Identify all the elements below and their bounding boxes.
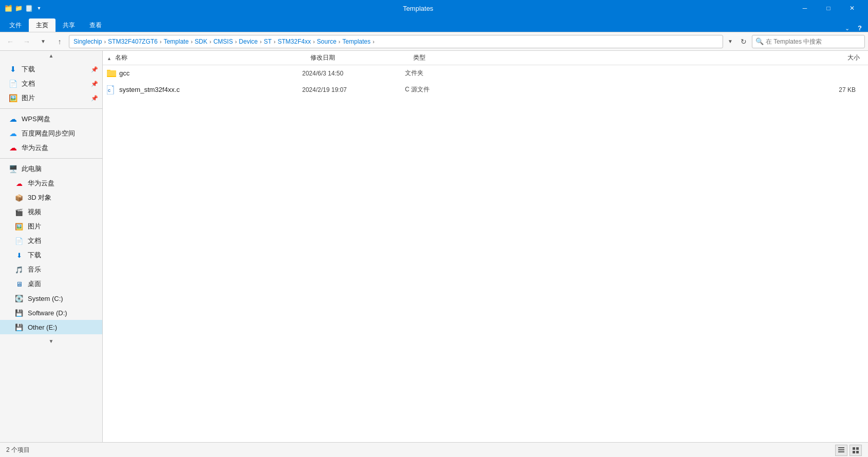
music-icon: 🎵 <box>14 265 24 274</box>
title-bar-app-icons: 🗂️ 📁 🗒️ ▼ <box>4 4 43 12</box>
folder-icon-gcc <box>107 69 116 78</box>
svg-rect-10 <box>856 447 859 450</box>
sidebar-item-desktop[interactable]: 🖥 桌面 <box>0 277 102 291</box>
breadcrumb-device[interactable]: Device <box>239 38 258 45</box>
huawei-icon: ☁ <box>8 143 17 153</box>
sidebar-item-video[interactable]: 🎬 视频 <box>0 205 102 219</box>
sidebar-item-download[interactable]: ⬇ 下载 📌 <box>0 62 102 77</box>
nav-bar: ← → ▼ ↑ Singlechip › STM32F407ZGT6 › Tem… <box>0 32 868 51</box>
file-name-system-c: system_stm32f4xx.c <box>119 86 302 93</box>
svg-rect-12 <box>856 451 859 453</box>
breadcrumb-stm32f4xx[interactable]: STM32F4xx <box>278 38 311 45</box>
file-name-gcc: gcc <box>119 69 302 77</box>
refresh-button[interactable]: ↻ <box>737 35 750 48</box>
title-bar-dropdown[interactable]: ▼ <box>35 4 43 12</box>
file-type-system-c: C 源文件 <box>405 85 497 94</box>
svg-rect-2 <box>107 70 116 76</box>
drive-c-icon: 💽 <box>14 294 24 303</box>
file-size-system-c: 27 KB <box>497 86 864 93</box>
sidebar-item-drive-d[interactable]: 💾 Software (D:) <box>0 306 102 320</box>
app-icon-1: 🗂️ <box>4 4 12 12</box>
address-bar[interactable]: Singlechip › STM32F407ZGT6 › Template › … <box>69 35 723 48</box>
up-button[interactable]: ↑ <box>52 34 67 49</box>
search-box[interactable]: 🔍 <box>752 35 865 48</box>
sidebar-item-this-pc[interactable]: 🖥️ 此电脑 <box>0 162 102 176</box>
svg-rect-11 <box>853 451 855 453</box>
pc-icon: 🖥️ <box>8 164 17 174</box>
sidebar-item-download2[interactable]: ⬇ 下载 <box>0 248 102 262</box>
maximize-button[interactable]: □ <box>817 0 840 16</box>
sidebar-item-huawei-cloud[interactable]: ☁ 华为云盘 <box>0 141 102 155</box>
column-headers: ▲ 名称 修改日期 类型 大小 <box>103 51 868 65</box>
sidebar-item-baidu[interactable]: ☁ 百度网盘同步空间 <box>0 126 102 141</box>
3d-icon: 📦 <box>14 193 24 202</box>
sidebar-item-drive-e[interactable]: 💾 Other (E:) <box>0 320 102 334</box>
file-row-system-c[interactable]: C system_stm32f4xx.c 2024/2/19 19:07 C 源… <box>103 82 868 98</box>
breadcrumb-source[interactable]: Source <box>317 38 337 45</box>
sidebar-item-docs[interactable]: 📄 文档 📌 <box>0 77 102 91</box>
sidebar-item-pics[interactable]: 🖼️ 图片 📌 <box>0 91 102 105</box>
tiles-view-button[interactable] <box>849 445 862 456</box>
minimize-button[interactable]: ─ <box>793 0 817 16</box>
breadcrumb: Singlechip › STM32F407ZGT6 › Template › … <box>73 38 376 45</box>
ribbon-tab-bar: 文件 主页 共享 查看 ⌄ ? <box>0 16 868 32</box>
breadcrumb-st[interactable]: ST <box>264 38 271 45</box>
dropdown-recent-button[interactable]: ▼ <box>36 34 50 49</box>
download2-icon: ⬇ <box>14 251 24 260</box>
breadcrumb-stm32[interactable]: STM32F407ZGT6 <box>108 38 158 45</box>
desktop-icon: 🖥 <box>14 279 24 289</box>
file-date-system-c: 2024/2/19 19:07 <box>302 86 405 93</box>
file-row-gcc[interactable]: gcc 2024/6/3 14:50 文件夹 <box>103 65 868 82</box>
wps-icon: ☁ <box>8 115 17 124</box>
search-input[interactable] <box>766 38 861 45</box>
sidebar-item-music[interactable]: 🎵 音乐 <box>0 262 102 277</box>
sidebar-item-3d[interactable]: 📦 3D 对象 <box>0 191 102 205</box>
breadcrumb-cmsis[interactable]: CMSIS <box>213 38 233 45</box>
title-bar: 🗂️ 📁 🗒️ ▼ Templates ─ □ ✕ <box>0 0 868 16</box>
tab-home[interactable]: 主页 <box>29 18 56 32</box>
sidebar-item-huawei2[interactable]: ☁ 华为云盘 <box>0 176 102 191</box>
breadcrumb-template[interactable]: Template <box>163 38 189 45</box>
sidebar-item-drive-c[interactable]: 💽 System (C:) <box>0 291 102 306</box>
address-dropdown-button[interactable]: ▼ <box>725 35 735 48</box>
app-icon-3: 🗒️ <box>25 4 33 12</box>
breadcrumb-templates[interactable]: Templates <box>342 38 371 45</box>
svg-rect-9 <box>853 447 855 450</box>
ribbon-help-btn[interactable]: ? <box>854 24 866 32</box>
back-button[interactable]: ← <box>3 34 17 49</box>
breadcrumb-singlechip[interactable]: Singlechip <box>73 38 102 45</box>
pin-icon-download: 📌 <box>91 66 98 73</box>
status-count: 2 个项目 <box>6 446 30 454</box>
tab-view[interactable]: 查看 <box>82 18 109 32</box>
sidebar-scroll-up[interactable]: ▲ <box>0 51 102 60</box>
file-list: gcc 2024/6/3 14:50 文件夹 C system_stm32f4x… <box>103 65 868 442</box>
col-header-name[interactable]: 名称 <box>115 53 310 62</box>
doc2-icon: 📄 <box>14 236 24 245</box>
svg-rect-6 <box>838 447 844 448</box>
col-header-date[interactable]: 修改日期 <box>310 53 413 62</box>
close-button[interactable]: ✕ <box>840 0 864 16</box>
col-header-size[interactable]: 大小 <box>506 53 864 62</box>
details-view-button[interactable] <box>835 445 847 456</box>
forward-button[interactable]: → <box>20 34 34 49</box>
drive-d-icon: 💾 <box>14 308 24 317</box>
status-bar: 2 个项目 <box>0 442 868 457</box>
tab-file[interactable]: 文件 <box>2 18 29 32</box>
baidu-icon: ☁ <box>8 129 17 138</box>
col-header-type[interactable]: 类型 <box>413 53 506 62</box>
ribbon-collapse-btn[interactable]: ⌄ <box>841 25 854 32</box>
sidebar-scroll-down[interactable]: ▼ <box>0 336 102 346</box>
file-date-gcc: 2024/6/3 14:50 <box>302 70 405 77</box>
huawei2-icon: ☁ <box>14 179 24 188</box>
cloud-section: ☁ WPS网盘 ☁ 百度网盘同步空间 ☁ 华为云盘 <box>0 110 102 157</box>
search-icon: 🔍 <box>755 37 764 45</box>
main-layout: ▲ ⬇ 下载 📌 📄 文档 📌 🖼️ 图片 📌 ☁ <box>0 51 868 442</box>
c-file-icon: C <box>107 85 116 94</box>
tab-share[interactable]: 共享 <box>56 18 82 32</box>
sidebar-item-wps[interactable]: ☁ WPS网盘 <box>0 112 102 126</box>
sidebar-item-pic2[interactable]: 🖼️ 图片 <box>0 219 102 234</box>
sidebar-item-doc2[interactable]: 📄 文档 <box>0 234 102 248</box>
pin-icon-docs: 📌 <box>91 81 98 87</box>
drive-e-icon: 💾 <box>14 322 24 332</box>
breadcrumb-sdk[interactable]: SDK <box>195 38 208 45</box>
